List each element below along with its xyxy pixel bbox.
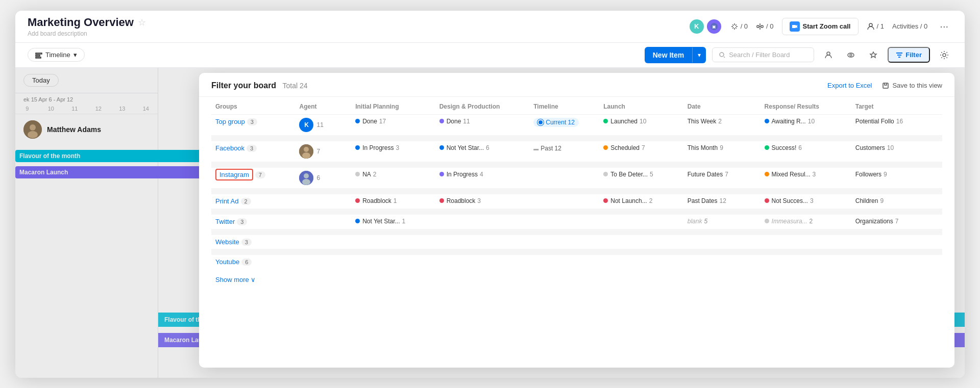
filter-button[interactable]: Filter	[888, 47, 930, 63]
integrations-btn[interactable]: / 0	[756, 22, 773, 31]
zoom-call-button[interactable]: Start Zoom call	[782, 18, 859, 35]
filter-panel-title: Filter your board	[211, 81, 276, 90]
design-production-cell: In Progress4	[435, 168, 530, 188]
activities-btn[interactable]: Activities / 0	[892, 22, 927, 30]
status-label: Organizations	[855, 218, 893, 225]
status-label: Potential Follo	[855, 118, 894, 125]
agent-cell	[295, 255, 351, 269]
new-item-button[interactable]: New Item ▾	[645, 47, 706, 63]
status-dot	[765, 119, 769, 123]
status-label: Mixed Resul...	[772, 171, 811, 178]
status-label: In Progress	[447, 171, 478, 178]
svg-point-21	[304, 173, 309, 178]
group-name-label[interactable]: Facebook	[215, 144, 244, 152]
agent-cell	[295, 235, 351, 249]
launch-cell: To Be Deter...5	[599, 168, 683, 188]
search-filter-input[interactable]: Search / Filter Board	[712, 47, 814, 62]
svg-point-12	[943, 54, 946, 57]
design-production-cell: Roadblock3	[435, 194, 530, 209]
status-count: 1	[402, 218, 406, 225]
svg-point-9	[827, 52, 830, 55]
status-dot	[355, 172, 360, 176]
status-dot	[439, 119, 444, 123]
group-name-label[interactable]: Top group	[215, 118, 245, 125]
export-excel-link[interactable]: Export to Excel	[827, 82, 872, 89]
status-dot	[355, 198, 360, 203]
target-cell	[851, 235, 942, 249]
star-icon[interactable]: ☆	[138, 17, 146, 28]
row-separator	[211, 135, 942, 141]
avatar-img[interactable]: ▣	[706, 18, 722, 35]
group-name-label[interactable]: Print Ad	[215, 197, 239, 205]
design-production-cell	[435, 255, 530, 269]
header: Marketing Overview ☆ Add board descripti…	[15, 11, 965, 43]
date-count: 7	[725, 171, 728, 178]
settings-btn[interactable]	[936, 47, 952, 63]
status-dot	[439, 172, 444, 176]
group-name-label[interactable]: Website	[215, 238, 239, 246]
pin-btn[interactable]	[865, 47, 881, 63]
group-name-label[interactable]: Youtube	[215, 258, 239, 266]
launch-cell: Not Launch...2	[599, 194, 683, 209]
group-cell: Top group3	[211, 115, 295, 135]
status-dot	[355, 119, 360, 123]
show-more-button[interactable]: Show more ∨	[211, 273, 256, 283]
date-count: 5	[704, 218, 707, 225]
date-count: 9	[720, 144, 723, 151]
launch-cell: Scheduled7	[599, 141, 683, 162]
eye-btn[interactable]	[843, 47, 859, 63]
design-production-cell	[435, 215, 530, 229]
svg-rect-3	[761, 25, 763, 28]
initial-planning-cell: NA2	[351, 168, 435, 188]
status-count: 10	[640, 118, 646, 125]
date-cell: blank5	[683, 215, 761, 229]
row-separator	[211, 162, 942, 168]
title-row: Marketing Overview ☆	[28, 16, 682, 29]
zoom-call-label: Start Zoom call	[803, 22, 851, 30]
launch-cell	[599, 235, 683, 249]
target-cell	[851, 255, 942, 269]
show-more-area: Show more ∨	[211, 273, 942, 284]
new-item-label[interactable]: New Item	[645, 47, 692, 63]
svg-text:▣: ▣	[712, 24, 716, 29]
design-production-cell: Done11	[435, 115, 530, 135]
status-label: Immeasura...	[772, 218, 807, 225]
agent-cell: 7	[295, 141, 351, 162]
status-count: 6	[798, 144, 802, 151]
filter-label: Filter	[905, 51, 922, 59]
avatar-k[interactable]: K	[689, 18, 705, 35]
group-name-label[interactable]: Instagram	[215, 169, 253, 180]
person-filter-btn[interactable]	[820, 47, 837, 63]
initial-planning-cell: Not Yet Star...1	[351, 215, 435, 229]
table-row: Youtube6	[211, 255, 942, 269]
activities-label: Activities / 0	[892, 22, 927, 30]
new-item-dropdown-arrow[interactable]: ▾	[692, 47, 706, 63]
target-cell: Followers9	[851, 168, 942, 188]
board-description[interactable]: Add board description	[28, 30, 682, 37]
persons-btn[interactable]: / 1	[867, 22, 884, 31]
timeline-view-button[interactable]: Timeline ▾	[28, 48, 85, 62]
status-dot	[765, 198, 769, 203]
svg-rect-6	[36, 55, 40, 56]
automations-btn[interactable]: / 0	[730, 22, 748, 31]
status-label: Awaiting R...	[772, 118, 806, 125]
row-separator	[211, 209, 942, 215]
date-label: Future Dates7	[688, 171, 756, 178]
status-count: 10	[808, 118, 815, 125]
page-title: Marketing Overview	[28, 16, 134, 29]
status-dot	[603, 172, 608, 176]
target-cell: Children9	[851, 194, 942, 209]
status-label: Not Yet Star...	[362, 218, 400, 225]
status-count: 3	[813, 171, 816, 178]
status-count: 7	[895, 218, 899, 225]
svg-rect-5	[36, 53, 42, 54]
status-dot	[603, 198, 608, 203]
persons-label: / 1	[877, 22, 884, 30]
save-view-button[interactable]: Save to this view	[882, 82, 942, 89]
group-name-label[interactable]: Twitter	[215, 218, 235, 225]
agent-count: 11	[316, 121, 323, 128]
more-button[interactable]: ···	[936, 18, 952, 34]
status-count: 10	[887, 144, 894, 151]
toolbar: Timeline ▾ New Item ▾ Search / Filter Bo…	[15, 43, 965, 68]
initial-planning-cell: Done17	[351, 115, 435, 135]
